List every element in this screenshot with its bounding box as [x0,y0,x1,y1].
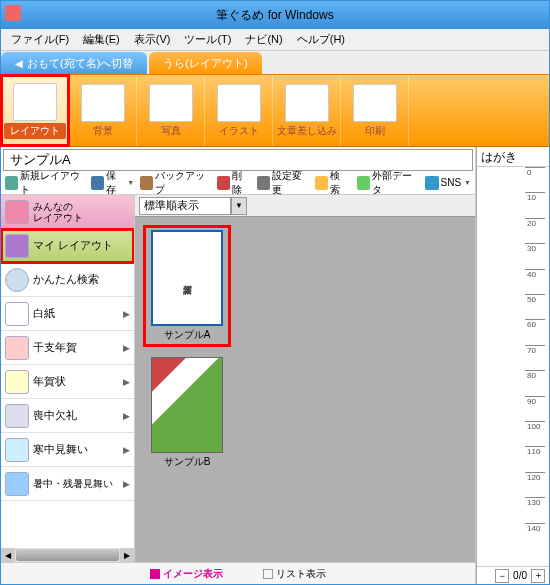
sort-select[interactable]: 標準順表示 [139,197,231,215]
thumb-sample-b[interactable]: サンプルB [143,357,231,469]
viewmode-image-label: イメージ表示 [163,567,223,581]
menu-view[interactable]: 表示(V) [128,30,177,49]
cat-label-1: マイ レイアウト [33,238,113,253]
ribbon-photo-label: 写真 [161,124,181,138]
cat-label-3: 白紙 [33,306,55,321]
scroll-right-icon[interactable]: ▶ [120,548,134,562]
settings-icon [257,176,270,190]
vertical-ruler: 0102030405060708090100110120130140 [525,167,545,548]
tb-sns[interactable]: SNS [425,176,472,190]
blank-icon [5,302,29,326]
delete-icon [217,176,230,190]
menu-edit[interactable]: 編集(E) [77,30,126,49]
viewmode-list[interactable]: リスト表示 [263,567,326,581]
summer-icon [5,472,29,496]
ribbon-insert[interactable]: 文章差し込み [273,75,341,146]
new-icon [5,176,18,190]
viewmode-image[interactable]: イメージ表示 [150,567,223,581]
cat-easy-search[interactable]: かんたん検索 [1,263,134,297]
ribbon-background[interactable]: 背景 [69,75,137,146]
chevron-right-icon: ▶ [123,479,130,489]
ribbon-layout-label: レイアウト [4,123,66,139]
zoom-value: 0/0 [513,570,527,581]
people-icon [5,200,29,224]
tb-search[interactable]: 検 索 [315,169,351,197]
cat-summer[interactable]: 暑中・残暑見舞い ▶ [1,467,134,501]
background-icon [81,84,125,122]
preview-area: 0102030405060708090100110120130140 [477,167,549,566]
thumb-sample-a[interactable]: サンプルA [143,225,231,347]
tb-backup[interactable]: バックアップ [140,169,211,197]
tb-backup-label: バックアップ [155,169,211,197]
cat-eto[interactable]: 干支年賀 ▶ [1,331,134,365]
user-icon [5,234,29,258]
category-sidebar: みんなの レイアウト マイ レイアウト かんたん検索 白紙 [1,195,135,562]
ruler-tick: 120 [525,472,545,497]
cat-label-5: 年賀状 [33,374,66,389]
cat-nenga[interactable]: 年賀状 ▶ [1,365,134,399]
tab-ura[interactable]: うら(レイアウト) [149,52,261,74]
cat-mourning[interactable]: 喪中欠礼 ▶ [1,399,134,433]
cat-winter[interactable]: 寒中見舞い ▶ [1,433,134,467]
ribbon-illust[interactable]: イラスト [205,75,273,146]
search-icon [315,176,328,190]
ribbon-background-label: 背景 [93,124,113,138]
chevron-right-icon: ▶ [123,411,130,421]
list-view-icon [263,569,273,579]
tb-extdata-label: 外部データ [372,169,419,197]
eto-icon [5,336,29,360]
ribbon: レイアウト 背景 写真 イラスト 文章差し込み 印刷 [1,75,549,147]
viewmode-bar: イメージ表示 リスト表示 [1,562,475,584]
cat-label-2: かんたん検索 [33,272,99,287]
app-icon [5,5,21,21]
menu-help[interactable]: ヘルプ(H) [291,30,351,49]
tb-sns-label: SNS [441,177,462,188]
ribbon-photo[interactable]: 写真 [137,75,205,146]
image-view-icon [150,569,160,579]
ribbon-layout[interactable]: レイアウト [1,75,69,146]
zoom-in-button[interactable]: ＋ [531,569,545,583]
gallery: 標準順表示 ▼ サンプルA サンプルB [135,195,475,562]
thumb-image-a [151,230,223,326]
zoom-bar: − 0/0 ＋ [477,566,549,584]
thumb-label-b: サンプルB [164,455,211,469]
ruler-tick: 100 [525,421,545,446]
zoom-out-button[interactable]: − [495,569,509,583]
cat-my-layout[interactable]: マイ レイアウト [1,229,134,263]
chevron-right-icon: ▶ [123,377,130,387]
tb-delete[interactable]: 削除 [217,169,251,197]
arrow-left-icon: ◀ [15,58,23,69]
sort-dropdown-button[interactable]: ▼ [231,197,247,215]
tb-new[interactable]: 新規レイアウト [5,169,85,197]
sns-icon [425,176,439,190]
print-icon [353,84,397,122]
cat-blank[interactable]: 白紙 ▶ [1,297,134,331]
backup-icon [140,176,153,190]
tb-settings[interactable]: 設定変更 [257,169,309,197]
save-icon [91,176,104,190]
cat-everyone-layout[interactable]: みんなの レイアウト [1,195,134,229]
window-title: 筆ぐるめ for Windows [216,7,333,24]
ruler-tick: 30 [525,243,545,268]
titlebar: 筆ぐるめ for Windows [1,1,549,29]
tb-save[interactable]: 保存 [91,169,134,197]
ruler-tick: 40 [525,269,545,294]
menu-file[interactable]: ファイル(F) [5,30,75,49]
tb-delete-label: 削除 [232,169,251,197]
ruler-tick: 60 [525,319,545,344]
menu-tool[interactable]: ツール(T) [178,30,237,49]
ribbon-print[interactable]: 印刷 [341,75,409,146]
preview-title: はがき [477,147,549,167]
sidebar-hscroll[interactable]: ◀ ▶ [1,548,134,562]
tab-omote[interactable]: ◀ おもて(宛て名)へ切替 [1,52,147,74]
menu-navi[interactable]: ナビ(N) [239,30,288,49]
cat-label-6: 喪中欠礼 [33,408,77,423]
ruler-tick: 110 [525,446,545,471]
ruler-tick: 70 [525,345,545,370]
ruler-tick: 10 [525,192,545,217]
tb-extdata[interactable]: 外部データ [357,169,419,197]
tab-ura-label: うら(レイアウト) [163,56,247,71]
scroll-left-icon[interactable]: ◀ [1,548,15,562]
layout-icon [13,83,57,121]
scroll-thumb[interactable] [16,549,119,561]
